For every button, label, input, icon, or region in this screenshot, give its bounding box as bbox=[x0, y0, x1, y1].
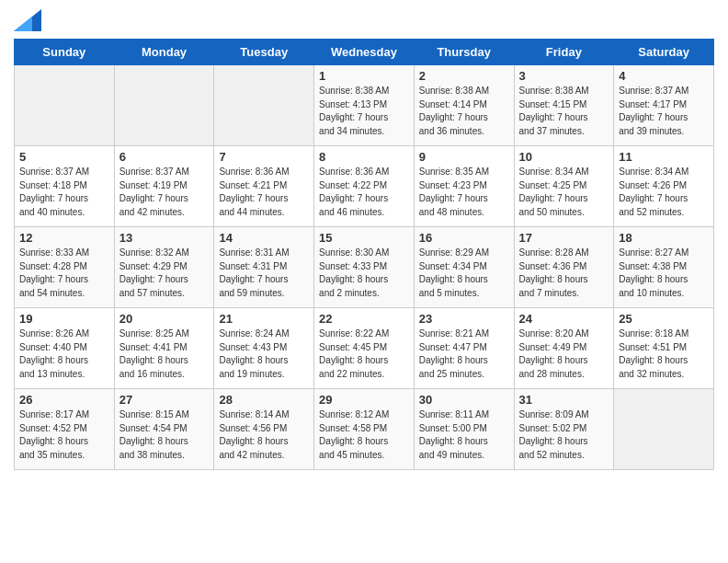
day-number: 15 bbox=[319, 231, 409, 245]
day-info: Sunrise: 8:34 AM Sunset: 4:26 PM Dayligh… bbox=[619, 166, 709, 219]
calendar-cell: 4Sunrise: 8:37 AM Sunset: 4:17 PM Daylig… bbox=[614, 65, 714, 146]
day-info: Sunrise: 8:36 AM Sunset: 4:22 PM Dayligh… bbox=[319, 166, 409, 219]
calendar-cell: 1Sunrise: 8:38 AM Sunset: 4:13 PM Daylig… bbox=[314, 65, 415, 146]
weekday-header: Wednesday bbox=[314, 40, 415, 65]
day-number: 13 bbox=[119, 231, 210, 245]
day-number: 7 bbox=[219, 150, 309, 164]
day-number: 10 bbox=[519, 150, 609, 164]
day-info: Sunrise: 8:37 AM Sunset: 4:17 PM Dayligh… bbox=[619, 85, 709, 138]
day-info: Sunrise: 8:27 AM Sunset: 4:38 PM Dayligh… bbox=[619, 247, 709, 300]
calendar-cell bbox=[214, 65, 314, 146]
calendar-cell bbox=[614, 389, 714, 470]
day-info: Sunrise: 8:25 AM Sunset: 4:41 PM Dayligh… bbox=[119, 327, 210, 381]
day-number: 19 bbox=[19, 312, 109, 326]
day-info: Sunrise: 8:26 AM Sunset: 4:40 PM Dayligh… bbox=[19, 327, 109, 381]
day-info: Sunrise: 8:38 AM Sunset: 4:13 PM Dayligh… bbox=[319, 85, 409, 138]
day-number: 29 bbox=[319, 393, 409, 407]
day-info: Sunrise: 8:28 AM Sunset: 4:36 PM Dayligh… bbox=[519, 247, 609, 300]
calendar-week-row: 5Sunrise: 8:37 AM Sunset: 4:18 PM Daylig… bbox=[15, 146, 714, 227]
calendar-cell: 2Sunrise: 8:38 AM Sunset: 4:14 PM Daylig… bbox=[414, 65, 514, 146]
weekday-header: Monday bbox=[114, 40, 214, 65]
calendar-cell: 24Sunrise: 8:20 AM Sunset: 4:49 PM Dayli… bbox=[514, 308, 614, 389]
calendar-cell: 15Sunrise: 8:30 AM Sunset: 4:33 PM Dayli… bbox=[314, 227, 415, 308]
calendar-cell: 16Sunrise: 8:29 AM Sunset: 4:34 PM Dayli… bbox=[414, 227, 514, 308]
calendar-table: SundayMondayTuesdayWednesdayThursdayFrid… bbox=[14, 39, 714, 470]
calendar-cell: 8Sunrise: 8:36 AM Sunset: 4:22 PM Daylig… bbox=[314, 146, 415, 227]
calendar-cell bbox=[15, 65, 115, 146]
weekday-header: Friday bbox=[514, 40, 614, 65]
calendar-cell: 14Sunrise: 8:31 AM Sunset: 4:31 PM Dayli… bbox=[214, 227, 314, 308]
day-info: Sunrise: 8:33 AM Sunset: 4:28 PM Dayligh… bbox=[19, 247, 109, 300]
day-info: Sunrise: 8:31 AM Sunset: 4:31 PM Dayligh… bbox=[219, 247, 309, 300]
day-number: 28 bbox=[219, 393, 309, 407]
day-number: 12 bbox=[19, 231, 109, 245]
day-info: Sunrise: 8:37 AM Sunset: 4:18 PM Dayligh… bbox=[19, 166, 109, 219]
svg-marker-1 bbox=[14, 17, 32, 31]
day-number: 23 bbox=[419, 312, 509, 326]
day-info: Sunrise: 8:38 AM Sunset: 4:15 PM Dayligh… bbox=[519, 85, 609, 138]
calendar-cell: 12Sunrise: 8:33 AM Sunset: 4:28 PM Dayli… bbox=[15, 227, 115, 308]
calendar-cell: 11Sunrise: 8:34 AM Sunset: 4:26 PM Dayli… bbox=[614, 146, 714, 227]
day-info: Sunrise: 8:12 AM Sunset: 4:58 PM Dayligh… bbox=[319, 408, 409, 462]
day-number: 8 bbox=[319, 150, 409, 164]
day-info: Sunrise: 8:20 AM Sunset: 4:49 PM Dayligh… bbox=[519, 327, 609, 381]
calendar-cell: 17Sunrise: 8:28 AM Sunset: 4:36 PM Dayli… bbox=[514, 227, 614, 308]
calendar-cell: 3Sunrise: 8:38 AM Sunset: 4:15 PM Daylig… bbox=[514, 65, 614, 146]
day-info: Sunrise: 8:14 AM Sunset: 4:56 PM Dayligh… bbox=[219, 408, 309, 462]
day-number: 21 bbox=[219, 312, 309, 326]
calendar-cell: 19Sunrise: 8:26 AM Sunset: 4:40 PM Dayli… bbox=[15, 308, 115, 389]
day-info: Sunrise: 8:09 AM Sunset: 5:02 PM Dayligh… bbox=[519, 408, 609, 462]
weekday-header-row: SundayMondayTuesdayWednesdayThursdayFrid… bbox=[15, 40, 714, 65]
day-number: 26 bbox=[19, 393, 109, 407]
calendar-cell: 30Sunrise: 8:11 AM Sunset: 5:00 PM Dayli… bbox=[414, 389, 514, 470]
day-info: Sunrise: 8:38 AM Sunset: 4:14 PM Dayligh… bbox=[419, 85, 509, 138]
day-number: 4 bbox=[619, 69, 709, 83]
calendar-cell: 25Sunrise: 8:18 AM Sunset: 4:51 PM Dayli… bbox=[614, 308, 714, 389]
calendar-cell: 28Sunrise: 8:14 AM Sunset: 4:56 PM Dayli… bbox=[214, 389, 314, 470]
page-header bbox=[14, 9, 714, 31]
day-info: Sunrise: 8:22 AM Sunset: 4:45 PM Dayligh… bbox=[319, 327, 409, 381]
day-info: Sunrise: 8:30 AM Sunset: 4:33 PM Dayligh… bbox=[319, 247, 409, 300]
calendar-week-row: 19Sunrise: 8:26 AM Sunset: 4:40 PM Dayli… bbox=[15, 308, 714, 389]
weekday-header: Tuesday bbox=[214, 40, 314, 65]
day-info: Sunrise: 8:36 AM Sunset: 4:21 PM Dayligh… bbox=[219, 166, 309, 219]
day-info: Sunrise: 8:37 AM Sunset: 4:19 PM Dayligh… bbox=[119, 166, 210, 219]
calendar-cell: 7Sunrise: 8:36 AM Sunset: 4:21 PM Daylig… bbox=[214, 146, 314, 227]
calendar-cell: 23Sunrise: 8:21 AM Sunset: 4:47 PM Dayli… bbox=[414, 308, 514, 389]
day-info: Sunrise: 8:17 AM Sunset: 4:52 PM Dayligh… bbox=[19, 408, 109, 462]
calendar-cell: 29Sunrise: 8:12 AM Sunset: 4:58 PM Dayli… bbox=[314, 389, 415, 470]
day-number: 22 bbox=[319, 312, 409, 326]
calendar-week-row: 1Sunrise: 8:38 AM Sunset: 4:13 PM Daylig… bbox=[15, 65, 714, 146]
calendar-week-row: 26Sunrise: 8:17 AM Sunset: 4:52 PM Dayli… bbox=[15, 389, 714, 470]
day-number: 18 bbox=[619, 231, 709, 245]
calendar-cell: 26Sunrise: 8:17 AM Sunset: 4:52 PM Dayli… bbox=[15, 389, 115, 470]
weekday-header: Sunday bbox=[15, 40, 115, 65]
day-info: Sunrise: 8:34 AM Sunset: 4:25 PM Dayligh… bbox=[519, 166, 609, 219]
calendar-cell: 31Sunrise: 8:09 AM Sunset: 5:02 PM Dayli… bbox=[514, 389, 614, 470]
calendar-cell bbox=[114, 65, 214, 146]
day-info: Sunrise: 8:29 AM Sunset: 4:34 PM Dayligh… bbox=[419, 247, 509, 300]
calendar-cell: 10Sunrise: 8:34 AM Sunset: 4:25 PM Dayli… bbox=[514, 146, 614, 227]
day-number: 14 bbox=[219, 231, 309, 245]
calendar-cell: 18Sunrise: 8:27 AM Sunset: 4:38 PM Dayli… bbox=[614, 227, 714, 308]
day-number: 30 bbox=[419, 393, 509, 407]
day-number: 27 bbox=[119, 393, 210, 407]
day-info: Sunrise: 8:15 AM Sunset: 4:54 PM Dayligh… bbox=[119, 408, 210, 462]
day-number: 6 bbox=[119, 150, 210, 164]
logo bbox=[14, 9, 45, 31]
weekday-header: Thursday bbox=[414, 40, 514, 65]
day-number: 11 bbox=[619, 150, 709, 164]
day-number: 16 bbox=[419, 231, 509, 245]
calendar-cell: 22Sunrise: 8:22 AM Sunset: 4:45 PM Dayli… bbox=[314, 308, 415, 389]
day-number: 9 bbox=[419, 150, 509, 164]
calendar-cell: 13Sunrise: 8:32 AM Sunset: 4:29 PM Dayli… bbox=[114, 227, 214, 308]
day-number: 25 bbox=[619, 312, 709, 326]
day-number: 2 bbox=[419, 69, 509, 83]
logo-icon bbox=[14, 9, 41, 31]
day-info: Sunrise: 8:18 AM Sunset: 4:51 PM Dayligh… bbox=[619, 327, 709, 381]
day-info: Sunrise: 8:35 AM Sunset: 4:23 PM Dayligh… bbox=[419, 166, 509, 219]
day-info: Sunrise: 8:21 AM Sunset: 4:47 PM Dayligh… bbox=[419, 327, 509, 381]
day-number: 20 bbox=[119, 312, 210, 326]
calendar-cell: 9Sunrise: 8:35 AM Sunset: 4:23 PM Daylig… bbox=[414, 146, 514, 227]
calendar-cell: 5Sunrise: 8:37 AM Sunset: 4:18 PM Daylig… bbox=[15, 146, 115, 227]
